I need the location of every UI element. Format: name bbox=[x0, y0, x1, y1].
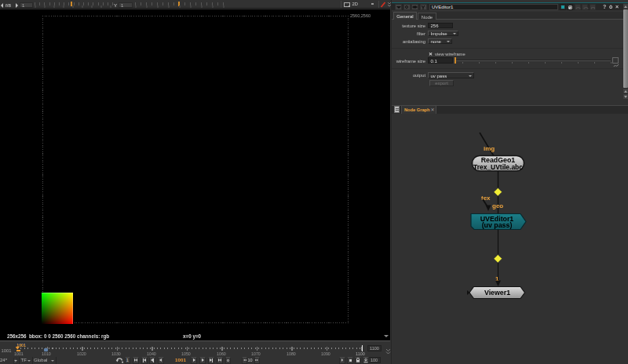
svg-text:geo: geo bbox=[492, 202, 503, 209]
svg-text:Trex_UVtile.abc: Trex_UVtile.abc bbox=[473, 163, 523, 171]
svg-text:tex: tex bbox=[481, 195, 491, 202]
svg-text:img: img bbox=[484, 145, 495, 152]
svg-text:Viewer1: Viewer1 bbox=[484, 289, 510, 297]
svg-text:(uv pass): (uv pass) bbox=[482, 221, 513, 229]
